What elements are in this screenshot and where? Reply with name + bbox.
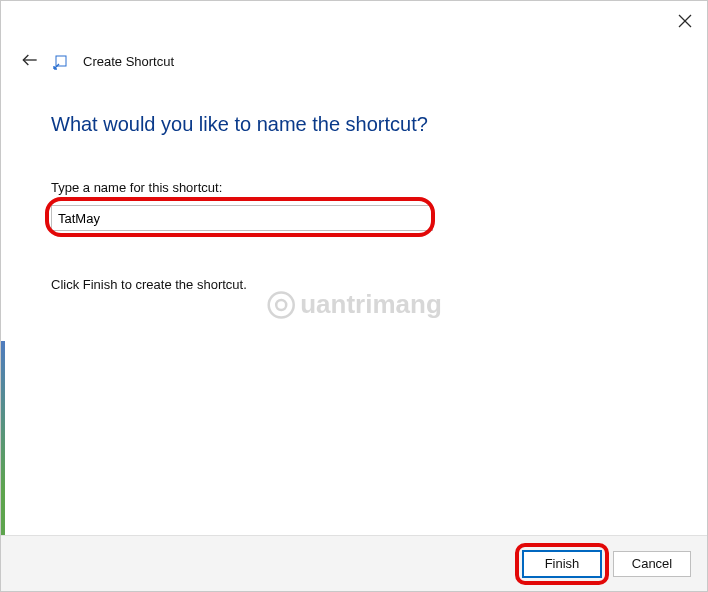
create-shortcut-wizard: Create Shortcut What would you like to n… — [0, 0, 708, 592]
titlebar — [1, 1, 707, 41]
content-area: What would you like to name the shortcut… — [1, 75, 707, 292]
page-heading: What would you like to name the shortcut… — [51, 113, 659, 136]
shortcut-file-icon — [53, 55, 69, 71]
header-row: Create Shortcut — [1, 41, 707, 75]
finish-button[interactable]: Finish — [523, 551, 601, 577]
shortcut-name-input[interactable] — [51, 205, 433, 231]
cancel-button[interactable]: Cancel — [613, 551, 691, 577]
watermark-logo-icon — [266, 290, 296, 320]
close-icon[interactable] — [677, 13, 693, 29]
finish-button-wrap: Finish — [523, 551, 601, 577]
svg-rect-3 — [56, 56, 66, 66]
shortcut-name-label: Type a name for this shortcut: — [51, 180, 659, 195]
shortcut-name-input-wrap — [51, 201, 433, 235]
watermark: uantrimang — [266, 289, 442, 320]
svg-point-5 — [276, 300, 286, 310]
watermark-text: uantrimang — [300, 289, 442, 320]
footer-bar: Finish Cancel — [1, 535, 707, 591]
svg-point-4 — [269, 292, 294, 317]
back-arrow-icon[interactable] — [19, 49, 41, 71]
wizard-title: Create Shortcut — [83, 54, 174, 69]
instruction-text: Click Finish to create the shortcut. — [51, 277, 659, 292]
